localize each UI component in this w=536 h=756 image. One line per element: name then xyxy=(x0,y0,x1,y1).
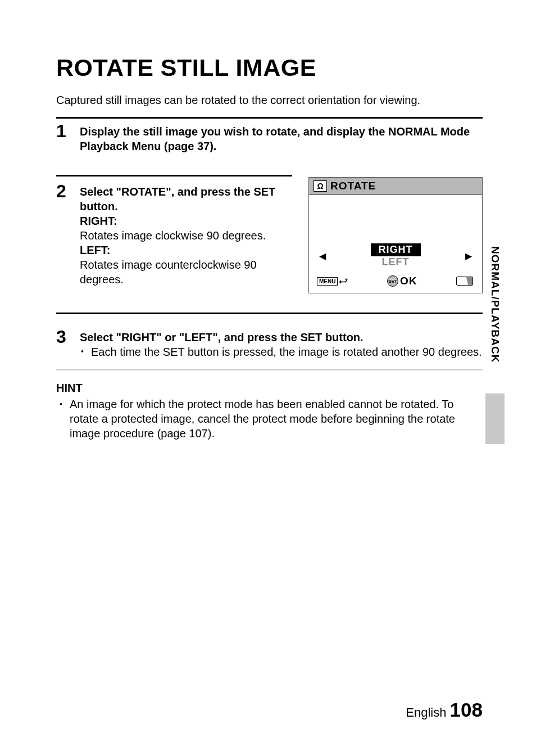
option-left: LEFT xyxy=(371,256,421,268)
right-arrow-icon: ▶ xyxy=(465,251,472,261)
step-1-text: Display the still image you wish to rota… xyxy=(80,125,470,152)
step-2-lead: Select "ROTATE", and press the SET butto… xyxy=(80,184,297,214)
step-3-lead: Select "RIGHT" or "LEFT", and press the … xyxy=(80,330,483,345)
option-right: RIGHT xyxy=(371,243,421,256)
right-label: RIGHT: xyxy=(80,214,297,228)
lcd-screen-figure: Ω ROTATE ◀ RIGHT LEFT ▶ MENU ⮐ xyxy=(308,177,483,293)
left-arrow-icon: ◀ xyxy=(319,251,326,261)
screen-body xyxy=(309,195,482,240)
section-tab: NORMAL/PLAYBACK xyxy=(489,246,501,363)
right-desc: Rotates image clockwise 90 degrees. xyxy=(80,228,297,243)
set-icon: SET xyxy=(387,275,398,287)
section-tab-marker xyxy=(485,393,505,444)
rule xyxy=(56,313,483,314)
step-3-bullet: Each time the SET button is pressed, the… xyxy=(91,345,483,359)
hint-title: HINT xyxy=(56,382,483,395)
step-3: 3 Select "RIGHT" or "LEFT", and press th… xyxy=(56,324,483,369)
rotate-mode-icon: Ω xyxy=(314,180,327,192)
left-label: LEFT: xyxy=(80,243,297,257)
hint-section: HINT An image for which the protect mode… xyxy=(56,382,483,441)
step-2: 2 Select "ROTATE", and press the SET but… xyxy=(56,179,297,287)
set-ok: SET OK xyxy=(387,275,417,287)
step-number: 1 xyxy=(56,122,70,140)
rule xyxy=(56,175,292,176)
menu-label: MENU xyxy=(317,277,338,286)
page-number: 108 xyxy=(450,699,483,721)
page-footer: English 108 xyxy=(406,699,483,721)
menu-back: MENU ⮐ xyxy=(317,276,348,286)
ok-label: OK xyxy=(400,275,417,287)
battery-icon xyxy=(456,277,473,286)
back-arrow-icon: ⮐ xyxy=(339,276,348,286)
hint-text: An image for which the protect mode has … xyxy=(56,397,483,441)
screen-controls: ◀ RIGHT LEFT ▶ xyxy=(309,240,482,271)
step-number: 3 xyxy=(56,328,70,346)
step-1: 1 Display the still image you wish to ro… xyxy=(56,119,483,153)
screen-title: ROTATE xyxy=(330,180,376,192)
footer-language: English xyxy=(406,705,446,719)
screen-footer: MENU ⮐ SET OK xyxy=(309,271,482,293)
intro-text: Captured still images can be rotated to … xyxy=(56,94,483,107)
page-title: ROTATE STILL IMAGE xyxy=(56,54,483,82)
screen-header: Ω ROTATE xyxy=(309,178,482,195)
left-desc: Rotates image counterclockwise 90 degree… xyxy=(80,257,297,287)
step-number: 2 xyxy=(56,182,70,200)
rule-light xyxy=(56,369,483,370)
